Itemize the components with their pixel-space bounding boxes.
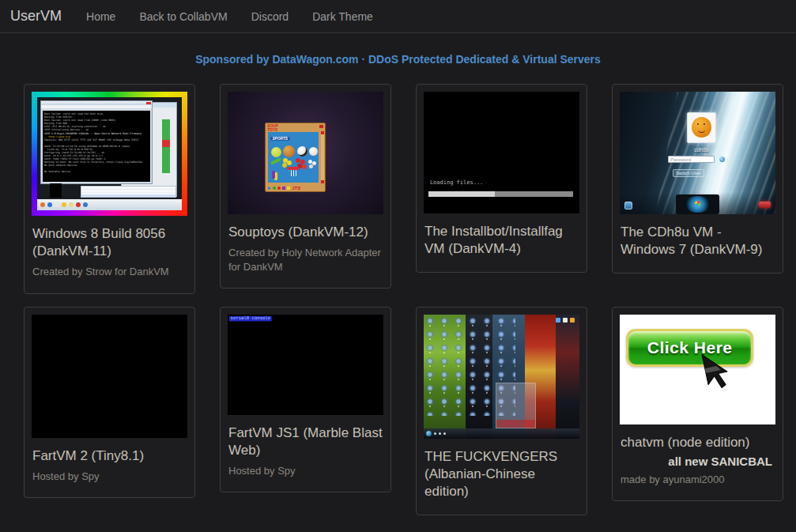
app-icon	[76, 202, 81, 207]
shutdown-icon	[759, 202, 771, 208]
folder-icon	[69, 202, 74, 207]
serial-console-label: serial0 console	[229, 316, 272, 321]
vm-card-chatvm[interactable]: Click Here chatvm (node edition) all new…	[612, 307, 783, 502]
file-list	[81, 186, 176, 198]
login-username: cdh8u	[671, 147, 732, 153]
card-title: Windows 8 Build 8056 (DankVM-11)	[32, 225, 187, 260]
card-title: The Installbot/Installfag VM (DankVM-4)	[424, 223, 579, 258]
vm-card-windows8[interactable]: Boot failed: could not read the boot dis…	[24, 84, 195, 294]
sponsor-banner: Sponsored by DataWagon.com · DDoS Protec…	[0, 52, 796, 66]
login-avatar	[687, 112, 716, 143]
black-notch	[50, 183, 62, 198]
login-go-button: →	[719, 156, 726, 163]
scrollbar	[321, 131, 324, 183]
red-balls-icon	[296, 158, 300, 163]
terminal-body: Features: DNS HTTP iSCSI TFTP AoE ELF MB…	[44, 138, 151, 174]
vm-card-fartvm2[interactable]: FartVM 2 (Tiny8.1) Hosted by Spy	[24, 307, 195, 499]
card-subtitle: Created by Strow for DankVM	[32, 265, 187, 279]
taskbar	[37, 199, 182, 210]
taskbar	[424, 428, 579, 439]
baseball-icon	[309, 147, 318, 156]
card-subtitle: Hosted by Spy	[228, 464, 383, 478]
souptoys-toolbar: JTS	[268, 186, 300, 191]
progress-bar	[428, 191, 573, 197]
click-here-button: Click Here	[626, 329, 754, 368]
card-subtitle: Created by Holy Network Adapter for Dank…	[228, 246, 383, 274]
card-title: FartVM 2 (Tiny8.1)	[32, 447, 187, 465]
center-overlay-window	[496, 383, 536, 428]
start-orb-icon	[426, 431, 432, 436]
progress-fill	[428, 191, 495, 197]
terminal-window: Boot failed: could not read the boot dis…	[40, 100, 153, 184]
terminal-console: Boot failed: could not read the boot dis…	[43, 111, 151, 182]
card-title: FartVM JS1 (Marble Blast Web)	[228, 424, 383, 459]
card-title: Souptoys (DankVM-12)	[228, 224, 383, 241]
card-title: chatvm (node edition)	[621, 434, 775, 451]
vm-thumbnail-windows8: Boot failed: could not read the boot dis…	[32, 92, 187, 216]
smiley-icon	[692, 117, 711, 138]
vm-card-fuckvengers[interactable]: THE FUCKVENGERS (Albanian-Chinese editio…	[416, 307, 587, 515]
desktop-area: Boot failed: could not read the boot dis…	[37, 97, 182, 210]
terminal-text: Boot failed: could not read the boot dis…	[44, 112, 151, 131]
souptoys-canvas: SPORTS	[268, 132, 319, 183]
app-icon	[55, 202, 59, 207]
vm-row-1: Boot failed: could not read the boot dis…	[24, 84, 796, 294]
close-icon	[319, 125, 323, 128]
switch-user-button: Switch User	[673, 169, 704, 177]
card-title: The CDh8u VM - Windows 7 (DankVM-9)	[621, 224, 775, 258]
jacks-toy-icon	[272, 171, 275, 179]
browser-icon	[47, 202, 52, 207]
soccer-ball-icon	[297, 146, 307, 157]
souptoys-logo: SOUP TOYS	[267, 124, 278, 132]
vm-thumbnail-fartvm2	[32, 315, 187, 438]
card-subtitle: made by ayunami2000	[621, 473, 775, 487]
card-title: THE FUCKVENGERS (Albanian-Chinese editio…	[424, 448, 579, 500]
loading-text: Loading files...	[430, 179, 483, 186]
app-icon	[62, 202, 66, 207]
toolbar-letters: JTS	[292, 186, 300, 191]
navbar: UserVM Home Back to CollabVM Discord Dar…	[0, 0, 796, 33]
accessibility-icon	[624, 202, 632, 209]
browser-icon	[40, 202, 45, 207]
vm-thumbnail-installbot: Loading files...	[424, 92, 579, 213]
vm-card-cdh8u[interactable]: cdh8u Password → Switch User The CDh8u V…	[612, 84, 783, 274]
worm-icon	[270, 157, 281, 165]
vm-thumbnail-chatvm: Click Here	[620, 315, 775, 424]
vm-thumbnail-cdh8u: cdh8u Password → Switch User	[620, 92, 775, 214]
card-bold-line: all new SANICBAL	[621, 455, 775, 468]
sports-label: SPORTS	[270, 137, 289, 141]
vm-card-souptoys[interactable]: SOUP TOYS SPORTS	[220, 84, 391, 289]
vm-card-installbot[interactable]: Loading files... The Installbot/Installf…	[416, 84, 587, 273]
vm-row-2: FartVM 2 (Tiny8.1) Hosted by Spy serial0…	[24, 307, 796, 515]
nav-item-back-to-collabvm[interactable]: Back to CollabVM	[127, 10, 239, 23]
password-input: Password	[668, 156, 715, 163]
windows-orb-icon	[676, 194, 719, 214]
vm-card-fartvmjs1[interactable]: serial0 console FartVM JS1 (Marble Blast…	[220, 307, 391, 493]
vm-grid: Boot failed: could not read the boot dis…	[0, 84, 796, 515]
basketball-icon	[283, 145, 295, 157]
nav-item-home[interactable]: Home	[74, 10, 127, 23]
nav-item-dark-theme[interactable]: Dark Theme	[300, 10, 385, 23]
close-icon	[146, 102, 151, 104]
sponsor-link[interactable]: Sponsored by DataWagon.com · DDoS Protec…	[195, 53, 601, 66]
vm-thumbnail-fartvmjs1: serial0 console	[228, 315, 383, 415]
vm-thumbnail-fuckvengers	[424, 315, 579, 439]
app-icon	[83, 202, 88, 207]
desktop-icons-top-right	[556, 318, 575, 323]
basketball-hoop-icon	[287, 167, 300, 176]
terminal-titlebar	[41, 101, 153, 105]
vm-thumbnail-souptoys: SOUP TOYS SPORTS	[228, 92, 383, 214]
uservm-brand[interactable]: UserVM	[10, 8, 62, 25]
nav-item-discord[interactable]: Discord	[240, 10, 300, 23]
card-subtitle: Hosted by Spy	[32, 470, 187, 484]
cursor-icon	[700, 351, 730, 394]
souptoys-window: SOUP TOYS SPORTS	[265, 123, 326, 192]
black-widow-panel	[556, 315, 579, 439]
tennis-ball-icon	[271, 147, 281, 157]
yellow-balls-icon	[283, 158, 288, 163]
white-balls-icon	[308, 160, 312, 164]
